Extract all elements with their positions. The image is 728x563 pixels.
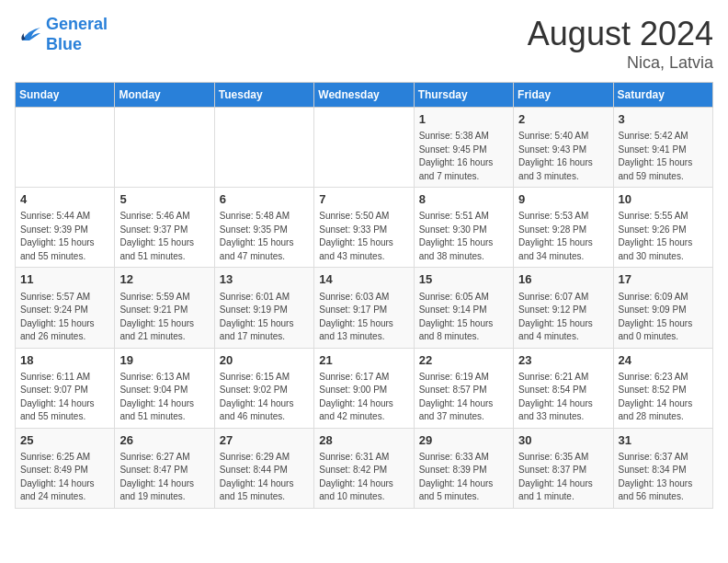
logo: General Blue xyxy=(15,15,108,54)
cell-content: Sunrise: 6:15 AM Sunset: 9:02 PM Dayligh… xyxy=(220,371,309,424)
cell-content: Sunrise: 5:40 AM Sunset: 9:43 PM Dayligh… xyxy=(518,130,608,183)
cell-content: Sunrise: 6:35 AM Sunset: 8:37 PM Dayligh… xyxy=(518,451,608,504)
day-number: 30 xyxy=(518,432,608,449)
calendar-cell: 13Sunrise: 6:01 AM Sunset: 9:19 PM Dayli… xyxy=(214,268,313,348)
calendar-cell: 15Sunrise: 6:05 AM Sunset: 9:14 PM Dayli… xyxy=(414,268,513,348)
logo-text: General Blue xyxy=(46,15,108,54)
day-number: 28 xyxy=(319,432,408,449)
cell-content: Sunrise: 6:23 AM Sunset: 8:52 PM Dayligh… xyxy=(619,371,708,424)
calendar-cell: 3Sunrise: 5:42 AM Sunset: 9:41 PM Daylig… xyxy=(613,108,712,188)
day-number: 10 xyxy=(619,191,708,208)
cell-content: Sunrise: 6:05 AM Sunset: 9:14 PM Dayligh… xyxy=(419,291,508,344)
cell-content: Sunrise: 6:03 AM Sunset: 9:17 PM Dayligh… xyxy=(319,291,408,344)
calendar-cell: 31Sunrise: 6:37 AM Sunset: 8:34 PM Dayli… xyxy=(613,428,712,508)
calendar-cell: 23Sunrise: 6:21 AM Sunset: 8:54 PM Dayli… xyxy=(514,348,613,428)
day-number: 11 xyxy=(20,271,109,288)
calendar-cell: 22Sunrise: 6:19 AM Sunset: 8:57 PM Dayli… xyxy=(414,348,513,428)
day-number: 17 xyxy=(619,271,708,288)
calendar-table: SundayMondayTuesdayWednesdayThursdayFrid… xyxy=(15,82,713,509)
header-cell-tuesday: Tuesday xyxy=(214,83,313,108)
cell-content: Sunrise: 6:07 AM Sunset: 9:12 PM Dayligh… xyxy=(518,291,608,344)
logo-icon xyxy=(15,24,42,46)
week-row-4: 25Sunrise: 6:25 AM Sunset: 8:49 PM Dayli… xyxy=(16,428,713,508)
cell-content: Sunrise: 6:09 AM Sunset: 9:09 PM Dayligh… xyxy=(619,291,708,344)
cell-content: Sunrise: 6:13 AM Sunset: 9:04 PM Dayligh… xyxy=(119,371,209,424)
day-number: 21 xyxy=(319,352,408,369)
calendar-cell xyxy=(115,108,214,188)
cell-content: Sunrise: 5:44 AM Sunset: 9:39 PM Dayligh… xyxy=(20,210,109,263)
calendar-cell: 18Sunrise: 6:11 AM Sunset: 9:07 PM Dayli… xyxy=(16,348,115,428)
day-number: 8 xyxy=(419,191,508,208)
calendar-cell: 27Sunrise: 6:29 AM Sunset: 8:44 PM Dayli… xyxy=(214,428,313,508)
cell-content: Sunrise: 6:27 AM Sunset: 8:47 PM Dayligh… xyxy=(119,451,209,504)
calendar-cell: 29Sunrise: 6:33 AM Sunset: 8:39 PM Dayli… xyxy=(414,428,513,508)
calendar-cell: 11Sunrise: 5:57 AM Sunset: 9:24 PM Dayli… xyxy=(16,268,115,348)
header-cell-sunday: Sunday xyxy=(16,83,115,108)
page-header: General Blue August 2024 Nica, Latvia xyxy=(15,15,713,73)
cell-content: Sunrise: 6:11 AM Sunset: 9:07 PM Dayligh… xyxy=(20,371,109,424)
logo-line1: General xyxy=(46,15,108,33)
day-number: 1 xyxy=(419,111,508,128)
calendar-cell: 5Sunrise: 5:46 AM Sunset: 9:37 PM Daylig… xyxy=(115,188,214,268)
header-cell-thursday: Thursday xyxy=(414,83,513,108)
calendar-cell xyxy=(16,108,115,188)
week-row-2: 11Sunrise: 5:57 AM Sunset: 9:24 PM Dayli… xyxy=(16,268,713,348)
location-subtitle: Nica, Latvia xyxy=(528,53,713,73)
day-number: 19 xyxy=(119,352,209,369)
header-cell-wednesday: Wednesday xyxy=(314,83,414,108)
calendar-cell: 10Sunrise: 5:55 AM Sunset: 9:26 PM Dayli… xyxy=(613,188,712,268)
calendar-cell: 16Sunrise: 6:07 AM Sunset: 9:12 PM Dayli… xyxy=(514,268,613,348)
cell-content: Sunrise: 6:33 AM Sunset: 8:39 PM Dayligh… xyxy=(419,451,508,504)
cell-content: Sunrise: 5:59 AM Sunset: 9:21 PM Dayligh… xyxy=(119,291,209,344)
day-number: 26 xyxy=(119,432,209,449)
week-row-0: 1Sunrise: 5:38 AM Sunset: 9:45 PM Daylig… xyxy=(16,108,713,188)
calendar-cell: 20Sunrise: 6:15 AM Sunset: 9:02 PM Dayli… xyxy=(214,348,313,428)
cell-content: Sunrise: 6:17 AM Sunset: 9:00 PM Dayligh… xyxy=(319,371,408,424)
day-number: 5 xyxy=(119,191,209,208)
cell-content: Sunrise: 5:46 AM Sunset: 9:37 PM Dayligh… xyxy=(119,210,209,263)
cell-content: Sunrise: 6:01 AM Sunset: 9:19 PM Dayligh… xyxy=(220,291,309,344)
cell-content: Sunrise: 6:29 AM Sunset: 8:44 PM Dayligh… xyxy=(220,451,309,504)
calendar-cell: 4Sunrise: 5:44 AM Sunset: 9:39 PM Daylig… xyxy=(16,188,115,268)
day-number: 3 xyxy=(619,111,708,128)
calendar-cell: 25Sunrise: 6:25 AM Sunset: 8:49 PM Dayli… xyxy=(16,428,115,508)
cell-content: Sunrise: 5:57 AM Sunset: 9:24 PM Dayligh… xyxy=(20,291,109,344)
calendar-cell: 7Sunrise: 5:50 AM Sunset: 9:33 PM Daylig… xyxy=(314,188,414,268)
title-block: August 2024 Nica, Latvia xyxy=(528,15,713,73)
cell-content: Sunrise: 5:51 AM Sunset: 9:30 PM Dayligh… xyxy=(419,210,508,263)
month-year-title: August 2024 xyxy=(528,15,713,53)
header-cell-friday: Friday xyxy=(514,83,613,108)
calendar-cell: 1Sunrise: 5:38 AM Sunset: 9:45 PM Daylig… xyxy=(414,108,513,188)
cell-content: Sunrise: 5:50 AM Sunset: 9:33 PM Dayligh… xyxy=(319,210,408,263)
cell-content: Sunrise: 5:48 AM Sunset: 9:35 PM Dayligh… xyxy=(220,210,309,263)
cell-content: Sunrise: 6:31 AM Sunset: 8:42 PM Dayligh… xyxy=(319,451,408,504)
cell-content: Sunrise: 5:55 AM Sunset: 9:26 PM Dayligh… xyxy=(619,210,708,263)
calendar-cell: 8Sunrise: 5:51 AM Sunset: 9:30 PM Daylig… xyxy=(414,188,513,268)
header-row: SundayMondayTuesdayWednesdayThursdayFrid… xyxy=(16,83,713,108)
header-cell-saturday: Saturday xyxy=(613,83,712,108)
day-number: 29 xyxy=(419,432,508,449)
day-number: 13 xyxy=(220,271,309,288)
header-cell-monday: Monday xyxy=(115,83,214,108)
day-number: 22 xyxy=(419,352,508,369)
week-row-3: 18Sunrise: 6:11 AM Sunset: 9:07 PM Dayli… xyxy=(16,348,713,428)
day-number: 25 xyxy=(20,432,109,449)
day-number: 9 xyxy=(518,191,608,208)
day-number: 6 xyxy=(220,191,309,208)
day-number: 14 xyxy=(319,271,408,288)
calendar-cell: 21Sunrise: 6:17 AM Sunset: 9:00 PM Dayli… xyxy=(314,348,414,428)
cell-content: Sunrise: 6:25 AM Sunset: 8:49 PM Dayligh… xyxy=(20,451,109,504)
calendar-cell: 2Sunrise: 5:40 AM Sunset: 9:43 PM Daylig… xyxy=(514,108,613,188)
cell-content: Sunrise: 5:53 AM Sunset: 9:28 PM Dayligh… xyxy=(518,210,608,263)
day-number: 4 xyxy=(20,191,109,208)
day-number: 27 xyxy=(220,432,309,449)
day-number: 23 xyxy=(518,352,608,369)
day-number: 24 xyxy=(619,352,708,369)
calendar-header: SundayMondayTuesdayWednesdayThursdayFrid… xyxy=(16,83,713,108)
calendar-cell: 24Sunrise: 6:23 AM Sunset: 8:52 PM Dayli… xyxy=(613,348,712,428)
calendar-cell xyxy=(314,108,414,188)
calendar-cell: 6Sunrise: 5:48 AM Sunset: 9:35 PM Daylig… xyxy=(214,188,313,268)
day-number: 31 xyxy=(619,432,708,449)
day-number: 15 xyxy=(419,271,508,288)
calendar-cell: 19Sunrise: 6:13 AM Sunset: 9:04 PM Dayli… xyxy=(115,348,214,428)
